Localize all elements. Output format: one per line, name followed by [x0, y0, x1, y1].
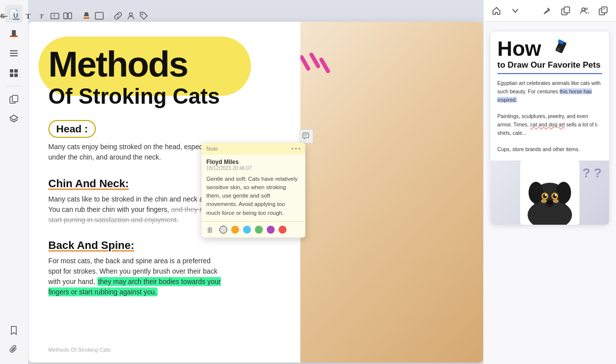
document-title-sub: Of Stroking Cats — [48, 84, 281, 108]
link-button[interactable] — [114, 8, 123, 24]
menu-dot-3 — [298, 148, 300, 150]
sticky-note-menu[interactable] — [291, 148, 300, 150]
menu-dot-2 — [295, 148, 297, 150]
svg-rect-53 — [303, 133, 309, 138]
svg-point-78 — [541, 199, 547, 203]
svg-point-69 — [529, 182, 543, 203]
rp-title-how: How — [497, 39, 541, 59]
sticky-note-text: Gentle and soft: Cats have relatively se… — [206, 175, 300, 217]
question-marks-decoration: ? ? — [582, 165, 602, 181]
rp-pen-btn[interactable] — [540, 4, 554, 18]
decoration-lines — [300, 46, 340, 98]
rp-document-thumbnail: How to Draw Our Favorite Pets Egyptian a… — [491, 32, 609, 225]
strikethrough-button[interactable]: S — [0, 8, 8, 24]
sticky-note-date: 18/12/2023 20:46:07 — [206, 165, 300, 171]
sidebar-attachment-icon[interactable] — [5, 341, 23, 359]
menu-dot-1 — [291, 148, 293, 150]
main-area: S U T T T — [29, 0, 483, 364]
rp-copy-btn[interactable] — [559, 4, 573, 18]
svg-marker-11 — [10, 115, 18, 120]
svg-rect-25 — [95, 12, 103, 19]
head-label-text: Head : — [56, 123, 88, 135]
rp-dog-image: ? ? — [491, 161, 609, 225]
text-italic-button[interactable]: T — [38, 8, 46, 24]
back-section-text: For most cats, the back and spine area i… — [48, 256, 221, 297]
svg-point-79 — [553, 199, 559, 203]
strikethrough-text: and they may start purring in satisfacti… — [48, 205, 213, 224]
sticky-note-body: Floyd Miles 18/12/2023 20:46:07 Gentle a… — [202, 155, 305, 221]
sticky-note[interactable]: Note Floyd Miles 18/12/2023 20:46:07 Gen… — [202, 143, 305, 238]
rp-doc-inner: How to Draw Our Favorite Pets Egyptian a… — [491, 32, 609, 161]
rp-export-btn[interactable] — [596, 4, 610, 18]
svg-rect-10 — [12, 95, 18, 102]
underline-button[interactable]: U — [12, 8, 21, 24]
svg-point-27 — [141, 14, 143, 15]
highlight-button[interactable] — [82, 8, 91, 24]
tag-button[interactable] — [139, 8, 148, 24]
sidebar-bookmark-icon[interactable] — [5, 322, 23, 339]
eraser-button[interactable] — [95, 8, 104, 24]
rp-users-btn[interactable] — [577, 4, 591, 18]
svg-rect-5 — [10, 69, 13, 73]
user-button[interactable] — [126, 8, 135, 24]
svg-rect-22 — [64, 13, 67, 19]
sidebar-duplicate-icon[interactable] — [5, 90, 23, 108]
chin-section-text: Many cats like to be stroked in the chin… — [48, 194, 221, 225]
sidebar-divider-1 — [6, 86, 21, 86]
rp-text-p3: Cups, store brands and other items. — [497, 146, 580, 152]
sticky-note-toolbar: 🗑 — [202, 221, 305, 238]
head-section-text: Many cats enjoy being stroked on the hea… — [48, 142, 221, 162]
svg-rect-24 — [83, 17, 89, 19]
sidebar-layers-icon[interactable] — [5, 110, 23, 128]
svg-point-60 — [585, 8, 587, 10]
color-circle-red[interactable] — [279, 226, 287, 234]
svg-rect-58 — [564, 7, 570, 13]
rp-home-btn[interactable] — [490, 4, 503, 18]
head-label: Head : — [48, 120, 96, 138]
columns-button[interactable] — [63, 8, 72, 24]
sticky-note-title: Note — [206, 146, 218, 152]
dog-svg — [510, 161, 589, 225]
svg-rect-7 — [10, 74, 13, 77]
svg-rect-6 — [14, 69, 18, 73]
sidebar-table-icon[interactable] — [5, 64, 23, 82]
text-large-button[interactable]: T — [25, 8, 34, 24]
color-circle-orange[interactable] — [231, 226, 239, 234]
rp-dropdown-btn[interactable] — [508, 4, 522, 18]
trash-icon[interactable]: 🗑 — [206, 226, 213, 234]
color-circle-gray[interactable] — [219, 226, 227, 234]
sidebar-list-icon[interactable] — [5, 44, 23, 62]
svg-rect-50 — [300, 54, 311, 71]
back-section-heading: Back And Spine: — [48, 239, 281, 252]
svg-rect-23 — [68, 13, 72, 19]
sidebar-highlight-icon[interactable] — [5, 25, 23, 42]
right-panel-topbar — [484, 0, 616, 22]
document-title-wrapper: Methods Of Stroking Cats — [48, 46, 281, 108]
note-anchor-icon[interactable] — [299, 129, 313, 143]
svg-point-59 — [582, 8, 585, 11]
text-box-button[interactable]: T — [50, 8, 59, 24]
document-footer: Methods Of Stroking Cats — [48, 347, 111, 353]
svg-text:T: T — [40, 12, 44, 20]
color-circle-purple[interactable] — [267, 226, 275, 234]
color-circle-blue[interactable] — [243, 226, 251, 234]
highlighted-text: they may arch their bodies towards your … — [48, 277, 221, 296]
svg-point-77 — [546, 200, 554, 205]
svg-rect-3 — [10, 53, 18, 54]
left-sidebar: 📄 — [0, 0, 29, 364]
svg-rect-1 — [12, 30, 16, 36]
right-panel: How to Draw Our Favorite Pets Egyptian a… — [483, 0, 616, 364]
svg-point-75 — [545, 194, 547, 196]
svg-rect-62 — [602, 7, 607, 13]
rp-subtitle: to Draw Our Favorite Pets — [497, 60, 602, 74]
rp-underline-text: cat and dog art — [530, 121, 565, 127]
document-title-methods: Methods — [48, 46, 281, 82]
svg-point-26 — [129, 13, 132, 16]
rp-doc-text: Egyptian art celebrates animals like cat… — [497, 79, 602, 154]
cat-photo-area — [300, 22, 483, 363]
pen-icon — [545, 39, 570, 56]
color-circle-green[interactable] — [255, 226, 263, 234]
rp-title-row: How — [497, 39, 602, 59]
svg-point-70 — [556, 182, 571, 203]
svg-point-76 — [555, 194, 557, 196]
